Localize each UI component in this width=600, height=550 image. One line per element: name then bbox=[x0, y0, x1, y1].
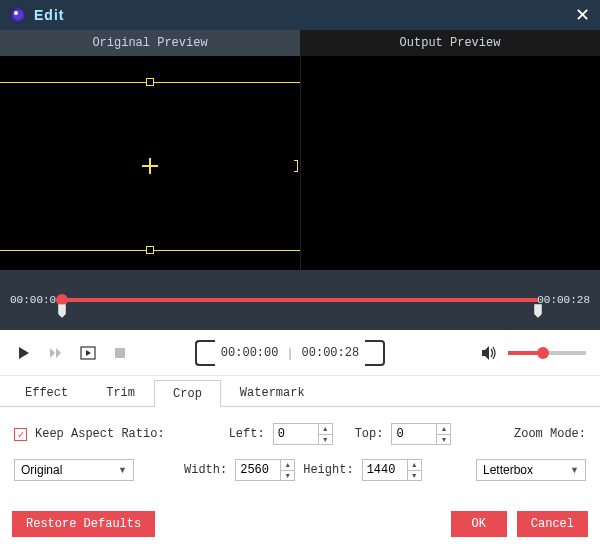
tab-bar: Effect Trim Crop Watermark bbox=[0, 376, 600, 406]
top-step-up[interactable]: ▲ bbox=[437, 424, 450, 435]
crop-handle-bottom[interactable] bbox=[146, 246, 154, 254]
timeline-track[interactable] bbox=[62, 298, 538, 302]
svg-marker-4 bbox=[56, 348, 61, 358]
left-step-down[interactable]: ▼ bbox=[319, 435, 332, 445]
trim-end-marker[interactable] bbox=[534, 304, 542, 318]
ok-button[interactable]: OK bbox=[451, 511, 507, 537]
zoom-mode-select[interactable]: Letterbox ▼ bbox=[476, 459, 586, 481]
height-field[interactable] bbox=[363, 460, 407, 480]
crop-handle-right[interactable] bbox=[294, 160, 298, 172]
width-input[interactable]: ▲▼ bbox=[235, 459, 295, 481]
set-in-point-button[interactable] bbox=[195, 340, 215, 366]
aspect-ratio-select[interactable]: Original ▼ bbox=[14, 459, 134, 481]
width-step-up[interactable]: ▲ bbox=[281, 460, 294, 471]
window-title: Edit bbox=[34, 7, 64, 23]
volume-control bbox=[480, 343, 586, 363]
left-input[interactable]: ▲▼ bbox=[273, 423, 333, 445]
aspect-ratio-value: Original bbox=[21, 463, 62, 477]
height-label: Height: bbox=[303, 463, 353, 477]
play-button[interactable] bbox=[14, 343, 34, 363]
svg-marker-0 bbox=[58, 304, 66, 318]
close-icon[interactable]: ✕ bbox=[575, 4, 590, 26]
volume-icon[interactable] bbox=[480, 343, 500, 363]
chevron-down-icon: ▼ bbox=[118, 465, 127, 475]
playback-controls: 00:00:00 | 00:00:28 bbox=[0, 330, 600, 376]
left-label: Left: bbox=[229, 427, 265, 441]
cancel-button[interactable]: Cancel bbox=[517, 511, 588, 537]
set-out-point-button[interactable] bbox=[365, 340, 385, 366]
volume-knob[interactable] bbox=[537, 347, 549, 359]
crop-center-icon[interactable] bbox=[142, 158, 158, 174]
top-field[interactable] bbox=[392, 424, 436, 444]
playback-total-time: 00:00:28 bbox=[302, 346, 360, 360]
next-frame-button[interactable] bbox=[78, 343, 98, 363]
output-preview bbox=[301, 56, 601, 270]
crop-form: ✓ Keep Aspect Ratio: Left: ▲▼ Top: ▲▼ Zo… bbox=[0, 407, 600, 503]
left-field[interactable] bbox=[274, 424, 318, 444]
height-input[interactable]: ▲▼ bbox=[362, 459, 422, 481]
tab-crop[interactable]: Crop bbox=[154, 380, 221, 407]
title-bar: Edit ✕ bbox=[0, 0, 600, 30]
tab-watermark[interactable]: Watermark bbox=[221, 379, 324, 406]
left-step-up[interactable]: ▲ bbox=[319, 424, 332, 435]
preview-canvases bbox=[0, 56, 600, 270]
dialog-buttons: Restore Defaults OK Cancel bbox=[0, 503, 600, 549]
width-step-down[interactable]: ▼ bbox=[281, 471, 294, 481]
top-input[interactable]: ▲▼ bbox=[391, 423, 451, 445]
timeline: 00:00:00 00:00:28 bbox=[0, 270, 600, 330]
playback-current-time: 00:00:00 bbox=[221, 346, 279, 360]
timeline-start-time: 00:00:00 bbox=[10, 294, 63, 306]
restore-defaults-button[interactable]: Restore Defaults bbox=[12, 511, 155, 537]
zoom-mode-label: Zoom Mode: bbox=[514, 427, 586, 441]
timeline-fill bbox=[62, 298, 538, 302]
top-step-down[interactable]: ▼ bbox=[437, 435, 450, 445]
keep-aspect-ratio-label: Keep Aspect Ratio: bbox=[35, 427, 165, 441]
width-label: Width: bbox=[184, 463, 227, 477]
preview-labels: Original Preview Output Preview bbox=[0, 30, 600, 56]
svg-marker-3 bbox=[50, 348, 55, 358]
chevron-down-icon: ▼ bbox=[570, 465, 579, 475]
tab-trim[interactable]: Trim bbox=[87, 379, 154, 406]
zoom-mode-value: Letterbox bbox=[483, 463, 533, 477]
top-label: Top: bbox=[355, 427, 384, 441]
crop-handle-top[interactable] bbox=[146, 78, 154, 86]
original-preview-label: Original Preview bbox=[0, 30, 300, 56]
svg-marker-8 bbox=[482, 346, 489, 360]
volume-slider[interactable] bbox=[508, 351, 586, 355]
height-step-down[interactable]: ▼ bbox=[408, 471, 421, 481]
original-preview[interactable] bbox=[0, 56, 301, 270]
svg-marker-1 bbox=[534, 304, 542, 318]
svg-marker-2 bbox=[19, 347, 29, 359]
stop-button[interactable] bbox=[110, 343, 130, 363]
app-icon bbox=[10, 7, 26, 23]
height-step-up[interactable]: ▲ bbox=[408, 460, 421, 471]
fast-forward-button[interactable] bbox=[46, 343, 66, 363]
output-preview-label: Output Preview bbox=[300, 30, 600, 56]
tab-effect[interactable]: Effect bbox=[6, 379, 87, 406]
keep-aspect-ratio-checkbox[interactable]: ✓ bbox=[14, 428, 27, 441]
time-separator: | bbox=[288, 346, 291, 360]
width-field[interactable] bbox=[236, 460, 280, 480]
timeline-end-time: 00:00:28 bbox=[537, 294, 590, 306]
trim-start-marker[interactable] bbox=[58, 304, 66, 318]
svg-rect-7 bbox=[115, 348, 125, 358]
trim-range-display: 00:00:00 | 00:00:28 bbox=[195, 340, 385, 366]
svg-marker-6 bbox=[86, 350, 91, 356]
